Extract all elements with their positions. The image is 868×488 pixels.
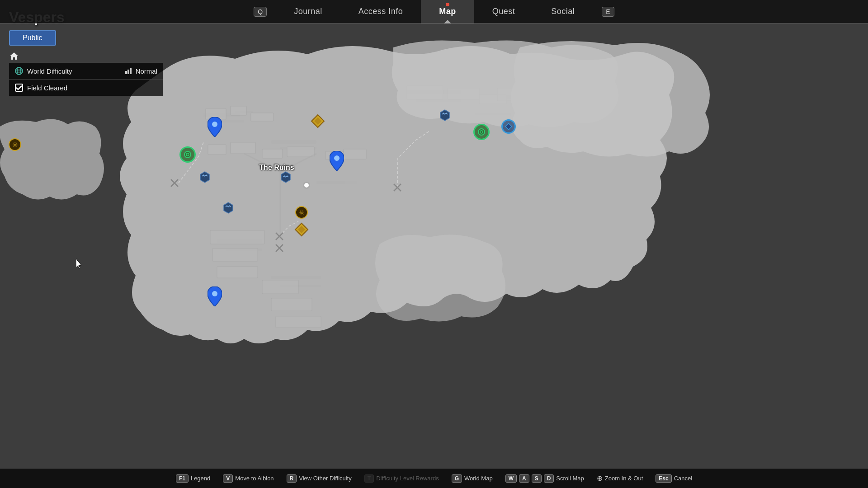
svg-point-34 <box>212 122 217 127</box>
svg-rect-4 <box>271 140 316 144</box>
player-marker <box>303 182 310 189</box>
cross-marker-4 <box>274 243 284 255</box>
world-difficulty-label: World Difficulty <box>14 66 125 75</box>
key-w: W <box>505 474 517 483</box>
world-difficulty-value: Normal <box>125 67 157 75</box>
svg-rect-17 <box>251 113 274 121</box>
nav-quest[interactable]: Quest <box>474 0 533 23</box>
key-f1: F1 <box>176 474 189 483</box>
svg-rect-6 <box>316 181 357 184</box>
home-icon <box>9 51 19 61</box>
zoom-icon: ⊕ <box>597 474 603 483</box>
shortcut-legend: F1 Legend <box>176 474 210 483</box>
shortcut-zoom-label: Zoom In & Out <box>605 475 643 482</box>
green-circle-2[interactable] <box>473 124 490 140</box>
key-g: G <box>452 474 462 483</box>
shortcut-scroll: W A S D Scroll Map <box>505 474 584 483</box>
world-difficulty-row: World Difficulty Normal <box>9 63 163 80</box>
public-button[interactable]: Public <box>9 30 56 46</box>
green-circle-1[interactable] <box>179 146 196 163</box>
nav-dot <box>446 3 449 6</box>
svg-rect-21 <box>287 147 314 157</box>
svg-point-39 <box>478 129 485 135</box>
nav-map[interactable]: Map <box>421 0 474 23</box>
shortcut-rewards-label: Difficulty Level Rewards <box>376 475 439 482</box>
flag-marker-3[interactable] <box>279 171 292 185</box>
shortcut-difficulty: R View Other Difficulty <box>287 474 352 483</box>
flag-marker-4[interactable] <box>439 109 451 123</box>
shortcut-scroll-label: Scroll Map <box>556 475 584 482</box>
svg-rect-58 <box>125 71 127 74</box>
shortcut-legend-label: Legend <box>191 475 210 482</box>
cross-marker-3 <box>274 231 284 243</box>
svg-rect-20 <box>262 149 283 158</box>
diamond-marker-1[interactable] <box>311 114 325 130</box>
nav-journal[interactable]: Journal <box>276 0 340 23</box>
key-v: V <box>223 474 233 483</box>
map-pin-2[interactable] <box>330 151 344 173</box>
blue-circle-1[interactable] <box>501 119 516 134</box>
diamond-marker-2[interactable] <box>294 222 309 239</box>
svg-rect-60 <box>130 68 132 74</box>
shortcut-move: V Move to Albion <box>223 474 274 483</box>
key-s: S <box>532 474 542 483</box>
shortcut-difficulty-label: View Other Difficulty <box>299 475 352 482</box>
svg-rect-18 <box>208 145 226 155</box>
map-pin-3[interactable] <box>208 286 222 308</box>
cross-marker-2 <box>392 183 402 194</box>
field-cleared-row: Field Cleared <box>9 80 163 96</box>
key-t: T <box>364 474 374 483</box>
svg-rect-59 <box>127 70 129 74</box>
field-cleared-label: Field Cleared <box>14 83 157 92</box>
flag-marker-2[interactable] <box>222 202 235 216</box>
svg-rect-24 <box>210 230 264 244</box>
top-navigation: Q Journal Access Info Map Quest Social E <box>0 0 868 23</box>
cross-marker-1 <box>170 178 179 190</box>
nav-access-info[interactable]: Access Info <box>340 0 421 23</box>
nav-social[interactable]: Social <box>533 0 593 23</box>
shortcut-world-map-label: World Map <box>464 475 493 482</box>
key-d: D <box>544 474 554 483</box>
shortcut-cancel: Esc Cancel <box>656 474 692 483</box>
svg-rect-16 <box>231 106 246 115</box>
nav-map-label: Map <box>439 7 456 16</box>
svg-point-36 <box>212 291 217 296</box>
bottom-bar: F1 Legend V Move to Albion R View Other … <box>0 468 868 488</box>
svg-rect-19 <box>231 142 255 154</box>
svg-text:☠: ☠ <box>299 209 305 216</box>
key-r: R <box>287 474 297 483</box>
svg-rect-25 <box>212 249 258 261</box>
svg-rect-9 <box>271 276 321 279</box>
map-pin-1[interactable] <box>208 117 222 139</box>
svg-rect-28 <box>271 298 312 311</box>
key-a: A <box>519 474 529 483</box>
shortcut-move-label: Move to Albion <box>235 475 274 482</box>
check-icon <box>14 83 24 92</box>
key-esc: Esc <box>656 474 671 483</box>
svg-point-35 <box>334 155 340 161</box>
svg-rect-26 <box>217 267 258 278</box>
shortcut-zoom: ⊕ Zoom In & Out <box>597 474 643 483</box>
svg-text:☠: ☠ <box>12 141 18 148</box>
nav-key-e[interactable]: E <box>602 7 614 17</box>
nav-key-q[interactable]: Q <box>254 7 267 17</box>
bar-icon <box>125 67 132 75</box>
home-icon-row <box>9 51 163 61</box>
svg-rect-29 <box>276 316 321 328</box>
svg-point-37 <box>184 151 191 158</box>
skull-marker[interactable]: ☠ <box>8 138 22 153</box>
svg-rect-27 <box>262 280 298 294</box>
shortcut-cancel-label: Cancel <box>674 475 692 482</box>
svg-rect-23 <box>344 149 366 159</box>
globe-icon <box>14 66 24 75</box>
skull-marker-2[interactable]: ☠ <box>295 206 308 221</box>
flag-marker-1[interactable] <box>198 171 211 185</box>
shortcut-rewards: T Difficulty Level Rewards <box>364 474 439 483</box>
shortcut-world-map: G World Map <box>452 474 493 483</box>
